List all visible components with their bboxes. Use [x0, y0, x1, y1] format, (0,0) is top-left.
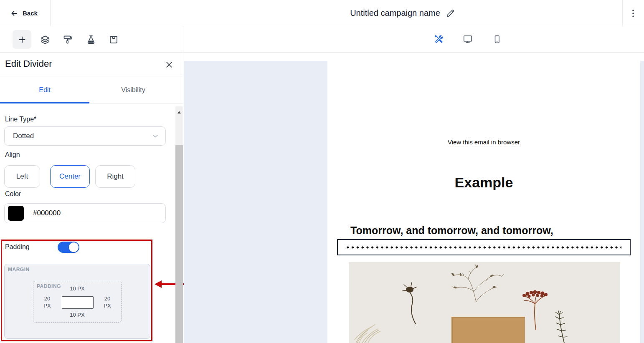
panel-header: Edit Divider	[0, 53, 183, 76]
paint-roller-icon[interactable]	[59, 26, 77, 53]
padding-left-number: 20	[41, 295, 53, 302]
email-heading[interactable]: Tomorrow, and tomorrow, and tomorrow,	[350, 224, 553, 237]
preview-canvas: View this email in browser Example Tomor…	[184, 61, 644, 343]
panel-border	[183, 26, 183, 343]
margin-box-label: MARGIN	[8, 267, 30, 272]
padding-label: Padding	[5, 243, 30, 251]
annotation-arrow-head	[155, 280, 162, 288]
dotted-divider-line	[347, 246, 621, 249]
padding-right-number: 20	[101, 295, 114, 302]
email-body: View this email in browser Example Tomor…	[327, 61, 640, 343]
tab-visibility[interactable]: Visibility	[89, 76, 177, 103]
selected-divider-block[interactable]	[337, 239, 631, 255]
build-tools-icon	[434, 34, 444, 44]
email-builder-app: Back Untitled campaign name	[0, 0, 644, 343]
add-block-button[interactable]	[13, 30, 31, 49]
edit-title-pencil-icon[interactable]	[445, 8, 455, 18]
desktop-preview-icon	[462, 34, 473, 45]
desktop-preview-tab[interactable]	[458, 26, 478, 52]
padding-right-unit: PX	[101, 302, 114, 309]
email-image-dried-flowers[interactable]	[349, 262, 620, 343]
back-arrow-icon	[10, 9, 18, 18]
padding-left-value: 20 PX	[41, 295, 53, 309]
campaign-title: Untitled campaign name	[350, 8, 440, 18]
scrollbar-up-arrow[interactable]	[177, 111, 181, 113]
chevron-down-icon	[151, 132, 160, 140]
color-value: #000000	[33, 209, 61, 217]
save-icon[interactable]	[104, 26, 123, 53]
padding-toggle[interactable]	[58, 242, 79, 253]
close-icon[interactable]	[164, 59, 175, 70]
align-center-button[interactable]: Center	[50, 165, 90, 188]
color-label: Color	[5, 190, 21, 198]
plus-icon	[17, 35, 27, 45]
back-label: Back	[23, 10, 38, 17]
padding-bottom-value: 10 PX	[33, 311, 121, 318]
view-in-browser-link[interactable]: View this email in browser	[327, 139, 640, 146]
layers-icon[interactable]	[36, 26, 54, 53]
line-type-select[interactable]: Dotted	[4, 126, 166, 146]
header-divider-right	[622, 0, 623, 26]
line-type-label: Line Type*	[5, 116, 36, 123]
align-label: Align	[5, 151, 20, 159]
mobile-preview-tab[interactable]	[487, 26, 507, 52]
margin-box: MARGIN PADDING 10 PX 20 PX 20 PX 10 PX	[4, 264, 150, 339]
edit-divider-panel: Edit Divider Edit Visibility Line Type* …	[0, 53, 183, 343]
top-bar: Back Untitled campaign name	[0, 0, 644, 26]
padding-top-value: 10 PX	[33, 285, 121, 292]
panel-tabs: Edit Visibility	[0, 76, 183, 103]
active-tab-underline	[0, 102, 89, 103]
panel-scrollbar-thumb[interactable]	[175, 145, 183, 343]
email-title[interactable]: Example	[327, 174, 640, 191]
padding-left-unit: PX	[41, 302, 53, 309]
builder-toolbar	[0, 26, 644, 53]
padding-center-input[interactable]	[62, 296, 94, 309]
kebab-menu-icon[interactable]	[626, 7, 641, 20]
mobile-preview-icon	[492, 34, 502, 44]
toggle-knob	[69, 242, 79, 252]
test-flask-icon[interactable]	[82, 26, 100, 53]
color-swatch[interactable]	[8, 206, 24, 221]
padding-right-value: 20 PX	[101, 295, 114, 309]
line-type-value: Dotted	[13, 132, 34, 140]
back-button[interactable]: Back	[10, 0, 38, 26]
campaign-title-wrap: Untitled campaign name	[183, 0, 622, 26]
padding-box: PADDING 10 PX 20 PX 20 PX 10 PX	[33, 281, 122, 323]
color-field[interactable]: #000000	[4, 203, 166, 223]
panel-title: Edit Divider	[5, 58, 52, 69]
tab-edit[interactable]: Edit	[0, 76, 89, 103]
align-left-button[interactable]: Left	[4, 165, 40, 188]
align-right-button[interactable]: Right	[95, 165, 135, 188]
build-tools-tab[interactable]	[429, 26, 449, 52]
header-divider-left	[50, 0, 51, 26]
